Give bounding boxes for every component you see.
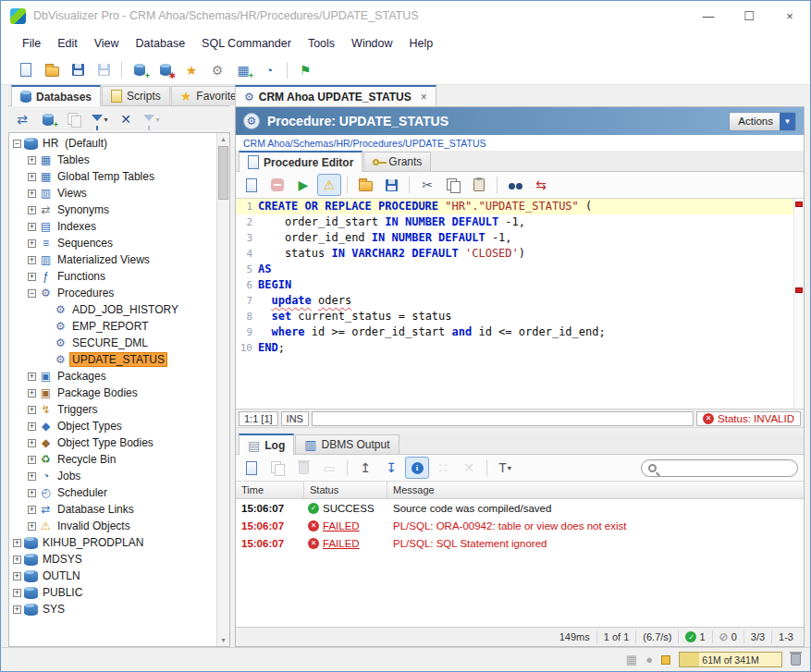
compile-log-button[interactable]: ⚠ — [317, 174, 341, 196]
scroll-top-button[interactable]: ↥ — [353, 457, 377, 479]
menu-file[interactable]: File — [14, 31, 49, 55]
new-file-button[interactable] — [14, 59, 38, 81]
tree-item-mdsys[interactable]: +MDSYS — [9, 551, 216, 568]
tree-item-views[interactable]: +▥Views — [9, 185, 216, 202]
expand-toggle[interactable]: + — [28, 406, 36, 414]
save-as-button[interactable] — [379, 174, 403, 196]
tree-item-sequences[interactable]: +≡Sequences — [9, 235, 216, 251]
log-row[interactable]: 15:06:07✕FAILEDPL/SQL: ORA-00942: table … — [236, 517, 804, 534]
export-log-button[interactable] — [240, 457, 264, 479]
tree-item-procedures[interactable]: −⚙Procedures — [9, 285, 216, 301]
scroll-bottom-button[interactable]: ↧ — [379, 457, 403, 479]
tab-crm-ahoa-update-status[interactable]: ⚙ CRM Ahoa UPDATE_STATUS × — [235, 85, 436, 106]
find-button[interactable] — [503, 174, 527, 196]
title-bar[interactable]: DbVisualizer Pro - CRM Ahoa/Schemas/HR/P… — [1, 1, 810, 31]
menu-edit[interactable]: Edit — [49, 31, 86, 55]
tab-dbms-output[interactable]: ▥DBMS Output — [295, 434, 399, 454]
tree-item-indexes[interactable]: +▤Indexes — [9, 218, 216, 235]
tree-item-kihub-prodplan[interactable]: +KIHUB_PRODPLAN — [9, 534, 216, 551]
clear-filter-button[interactable]: ✕ — [114, 108, 138, 130]
expand-toggle[interactable]: + — [13, 589, 21, 597]
expand-toggle[interactable]: + — [28, 439, 36, 447]
expand-toggle[interactable]: + — [28, 522, 36, 531]
tree-item-functions[interactable]: +ƒFunctions — [9, 268, 216, 285]
open-button[interactable] — [40, 59, 64, 81]
tree-item-scheduler[interactable]: +◴Scheduler — [9, 484, 216, 501]
column-header-time[interactable]: Time — [236, 482, 304, 498]
search-input[interactable] — [661, 462, 791, 473]
error-marker[interactable] — [795, 287, 803, 293]
log-row[interactable]: 15:06:07✓SUCCESSSource code was compiled… — [236, 499, 804, 517]
tree-item-object-types[interactable]: +◆Object Types — [9, 418, 216, 434]
tree-item-database-links[interactable]: +⇄Database Links — [9, 501, 216, 518]
filter-button[interactable]: ▾ — [88, 108, 112, 130]
execute-button[interactable]: ▶ — [291, 174, 315, 196]
menu-window[interactable]: Window — [343, 31, 400, 55]
cut-button[interactable]: ✂ — [415, 174, 439, 196]
scroll-down-arrow[interactable]: ▼ — [217, 634, 229, 646]
expand-toggle[interactable]: + — [28, 373, 36, 381]
menu-help[interactable]: Help — [401, 31, 442, 55]
trash-icon[interactable] — [791, 654, 801, 666]
column-header-message[interactable]: Message — [387, 482, 804, 498]
tab-scripts[interactable]: Scripts — [102, 86, 170, 105]
expand-toggle[interactable]: + — [28, 389, 36, 397]
paste-button[interactable] — [467, 174, 491, 196]
tree-item-package-bodies[interactable]: +▣Package Bodies — [9, 385, 216, 401]
tree-item-add-job-history[interactable]: ⚙ADD_JOB_HISTORY — [9, 301, 216, 318]
memory-indicator[interactable]: 61M of 341M — [679, 652, 782, 667]
tool-properties-button[interactable]: ⚙ — [205, 59, 229, 81]
new-connection-button[interactable]: + — [128, 59, 152, 81]
reconnect-button[interactable]: ⇄ — [10, 108, 34, 130]
tree-item-secure-dml[interactable]: ⚙SECURE_DML — [9, 335, 216, 351]
tree-item-tables[interactable]: +▦Tables — [9, 152, 216, 168]
expand-toggle[interactable]: + — [13, 556, 21, 564]
scrollbar-thumb[interactable] — [218, 146, 228, 200]
code-editor[interactable]: 1CREATE OR REPLACE PROCEDURE "HR"."UPDAT… — [236, 199, 804, 409]
expand-toggle[interactable]: + — [28, 506, 36, 514]
column-header-status[interactable]: Status — [304, 482, 387, 498]
close-button[interactable]: × — [769, 1, 810, 31]
expand-toggle[interactable]: + — [13, 539, 21, 547]
tree-item-update-status[interactable]: ⚙UPDATE_STATUS — [9, 351, 216, 368]
menu-sql-commander[interactable]: SQL Commander — [193, 31, 300, 55]
save-button[interactable] — [66, 59, 90, 81]
expand-toggle[interactable]: + — [28, 156, 36, 165]
menu-database[interactable]: Database — [128, 31, 194, 55]
expand-toggle[interactable]: + — [28, 189, 36, 198]
expand-toggle[interactable]: + — [28, 239, 36, 248]
expand-toggle[interactable]: + — [28, 422, 36, 431]
font-size-button[interactable]: T▾ — [493, 457, 517, 479]
tab-procedure-editor[interactable]: Procedure Editor — [239, 151, 362, 172]
error-marker[interactable] — [795, 202, 803, 207]
maximize-button[interactable]: ☐ — [729, 1, 769, 31]
compare-button[interactable]: ⇆ — [529, 174, 553, 196]
tree-scrollbar[interactable]: ▲ ▼ — [216, 133, 229, 646]
tree-item-materialized-views[interactable]: +▥Materialized Views — [9, 251, 216, 268]
log-search[interactable] — [641, 459, 798, 477]
tab-grants[interactable]: Grants — [363, 152, 431, 171]
save-procedure-button[interactable] — [240, 174, 264, 196]
expand-toggle[interactable]: + — [28, 456, 36, 464]
tab-close-icon[interactable]: × — [421, 91, 427, 104]
expand-toggle[interactable]: + — [28, 173, 36, 181]
tree-item-invalid-objects[interactable]: +⚠Invalid Objects — [9, 518, 216, 534]
auto-scroll-info-button[interactable] — [405, 457, 429, 479]
tree-item-global-temp-tables[interactable]: +▦Global Temp Tables — [9, 168, 216, 185]
menu-view[interactable]: View — [86, 31, 128, 55]
menu-tools[interactable]: Tools — [300, 31, 343, 55]
tree-item-synonyms[interactable]: +⇄Synonyms — [9, 202, 216, 218]
tree-item-object-type-bodies[interactable]: +◆Object Type Bodies — [9, 434, 216, 451]
expand-toggle[interactable]: + — [28, 273, 36, 281]
tree-item-public[interactable]: +PUBLIC — [9, 584, 216, 601]
new-table-button[interactable]: ▦+ — [231, 59, 255, 81]
tab-log[interactable]: ▤Log — [239, 434, 294, 455]
tree-item-emp-report[interactable]: ⚙EMP_REPORT — [9, 318, 216, 335]
expand-toggle[interactable]: + — [28, 489, 36, 497]
tree-item-sys[interactable]: +SYS — [9, 601, 216, 617]
collapse-toggle[interactable]: − — [13, 140, 21, 148]
scroll-up-arrow[interactable]: ▲ — [217, 133, 229, 145]
monitor-button[interactable]: ◔ — [257, 59, 281, 81]
tree-item-recycle-bin[interactable]: +♻Recycle Bin — [9, 451, 216, 468]
sql-commander-button[interactable]: ★ — [179, 59, 203, 81]
